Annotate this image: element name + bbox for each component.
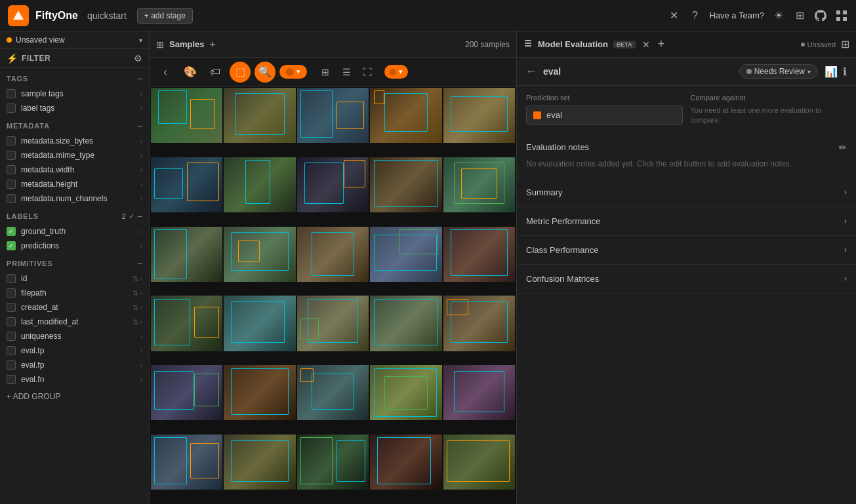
sidebar-item-eval-tp[interactable]: eval.tp › <box>0 343 149 358</box>
grid-app-icon[interactable]: ⊞ <box>793 9 806 22</box>
image-cell[interactable] <box>224 365 295 420</box>
eval-info-icon[interactable]: ℹ <box>843 66 847 78</box>
sidebar-item-mime-type[interactable]: metadata.mime_type › <box>0 148 149 163</box>
sidebar-item-eval-fp[interactable]: eval.fp › <box>0 358 149 372</box>
image-cell[interactable] <box>224 227 295 282</box>
app-grid-icon[interactable] <box>835 9 848 22</box>
image-cell[interactable] <box>370 435 441 490</box>
eval-back-button[interactable]: ← <box>526 66 537 77</box>
label-tags-checkbox[interactable] <box>7 104 16 113</box>
image-cell[interactable] <box>151 157 222 212</box>
eval-notes-edit-icon[interactable]: ✏ <box>839 142 847 153</box>
ground-truth-checkbox[interactable] <box>7 227 16 236</box>
id-checkbox[interactable] <box>7 274 16 283</box>
sidebar-item-id[interactable]: id ⇅ › <box>0 271 149 286</box>
prev-button[interactable]: ‹ <box>155 62 176 83</box>
panel-grid-view-icon[interactable]: ⊞ <box>841 38 849 50</box>
sample-tags-checkbox[interactable] <box>7 89 16 98</box>
uniqueness-checkbox[interactable] <box>7 332 16 341</box>
labels-collapse-icon[interactable]: − <box>137 211 142 222</box>
image-cell[interactable] <box>443 227 515 282</box>
image-cell[interactable] <box>443 365 515 420</box>
samples-add-icon[interactable]: + <box>209 39 215 50</box>
class-performance-accordion-header[interactable]: Class Performance › <box>517 236 856 264</box>
sidebar-item-predictions[interactable]: predictions › <box>0 239 149 253</box>
summary-accordion-header[interactable]: Summary › <box>517 178 856 206</box>
sun-icon[interactable]: ☀ <box>772 9 785 22</box>
width-checkbox[interactable] <box>7 165 16 174</box>
sidebar-item-size-bytes[interactable]: metadata.size_bytes › <box>0 134 149 148</box>
image-cell[interactable] <box>370 88 441 143</box>
image-cell[interactable] <box>151 435 222 490</box>
image-cell[interactable] <box>443 296 515 351</box>
status-pill[interactable]: Needs Review ▾ <box>739 64 818 79</box>
image-cell[interactable] <box>370 227 441 282</box>
metric-performance-accordion-header[interactable]: Metric Performance › <box>517 207 856 235</box>
prediction-set-selector[interactable]: eval <box>526 106 683 125</box>
expand-view-toggle[interactable]: ⛶ <box>358 63 377 81</box>
image-cell[interactable] <box>443 88 515 143</box>
sidebar-item-last-modified[interactable]: last_modified_at ⇅ › <box>0 315 149 329</box>
image-cell[interactable] <box>224 296 295 351</box>
panel-menu-icon[interactable] <box>523 39 533 50</box>
sidebar-item-eval-fn[interactable]: eval.fn › <box>0 372 149 387</box>
image-cell[interactable] <box>370 157 441 212</box>
panel-add-button[interactable]: + <box>658 37 665 51</box>
last-modified-checkbox[interactable] <box>7 317 16 326</box>
sidebar-item-uniqueness[interactable]: uniqueness › <box>0 329 149 343</box>
help-icon[interactable]: ? <box>688 9 701 22</box>
created-at-checkbox[interactable] <box>7 303 16 312</box>
size-bytes-checkbox[interactable] <box>7 136 16 145</box>
image-cell[interactable] <box>297 365 369 420</box>
sidebar-item-created-at[interactable]: created_at ⇅ › <box>0 300 149 315</box>
add-group-button[interactable]: + ADD GROUP <box>0 387 149 406</box>
grid-view-toggle[interactable]: ⊞ <box>316 63 335 81</box>
image-cell[interactable] <box>151 227 222 282</box>
color-toggle[interactable]: ▾ <box>279 65 307 79</box>
image-cell[interactable] <box>443 157 515 212</box>
sidebar-item-width[interactable]: metadata.width › <box>0 163 149 177</box>
add-stage-button[interactable]: + add stage <box>137 8 193 24</box>
height-checkbox[interactable] <box>7 180 16 189</box>
palette-button[interactable]: 🎨 <box>180 62 201 83</box>
image-cell[interactable] <box>151 365 222 420</box>
tags-collapse-icon[interactable]: − <box>137 73 142 84</box>
search-button[interactable]: 🔍 <box>255 62 275 83</box>
eval-fn-checkbox[interactable] <box>7 375 16 384</box>
sidebar-item-height[interactable]: metadata.height › <box>0 177 149 191</box>
brightness-toggle[interactable]: ▾ <box>384 65 408 79</box>
sidebar-item-label-tags[interactable]: label tags › <box>0 101 149 115</box>
close-icon[interactable]: ✕ <box>667 9 680 22</box>
image-cell[interactable] <box>297 227 369 282</box>
sidebar-item-ground-truth[interactable]: ground_truth › <box>0 224 149 239</box>
filepath-checkbox[interactable] <box>7 288 16 298</box>
eval-chart-icon[interactable]: 📊 <box>825 66 838 78</box>
metadata-collapse-icon[interactable]: − <box>137 121 142 131</box>
tag-button[interactable]: 🏷 <box>205 62 226 83</box>
num-channels-checkbox[interactable] <box>7 194 16 203</box>
panel-close-button[interactable]: ✕ <box>642 39 650 50</box>
image-cell[interactable] <box>151 296 222 351</box>
sidebar-item-num-channels[interactable]: metadata.num_channels › <box>0 191 149 206</box>
mime-type-checkbox[interactable] <box>7 151 16 160</box>
bbox-button[interactable]: ⬚ <box>230 62 251 83</box>
eval-tp-checkbox[interactable] <box>7 346 16 355</box>
primitives-collapse-icon[interactable]: − <box>137 258 142 269</box>
image-cell[interactable] <box>297 157 369 212</box>
unsaved-view-selector[interactable]: Unsaved view ▾ <box>0 31 149 49</box>
image-cell[interactable] <box>370 365 441 420</box>
image-cell[interactable] <box>224 435 295 490</box>
image-cell[interactable] <box>151 88 222 143</box>
image-cell[interactable] <box>224 88 295 143</box>
github-icon[interactable] <box>814 9 827 22</box>
image-cell[interactable] <box>297 435 369 490</box>
confusion-matrices-accordion-header[interactable]: Confusion Matrices › <box>517 265 856 293</box>
image-cell[interactable] <box>370 296 441 351</box>
eval-fp-checkbox[interactable] <box>7 360 16 370</box>
sidebar-item-sample-tags[interactable]: sample tags › <box>0 87 149 101</box>
image-cell[interactable] <box>297 88 369 143</box>
predictions-checkbox[interactable] <box>7 241 16 250</box>
sidebar-item-filepath[interactable]: filepath ⇅ › <box>0 286 149 300</box>
filter-settings-icon[interactable]: ⚙ <box>134 53 142 64</box>
list-view-toggle[interactable]: ☰ <box>337 63 356 81</box>
